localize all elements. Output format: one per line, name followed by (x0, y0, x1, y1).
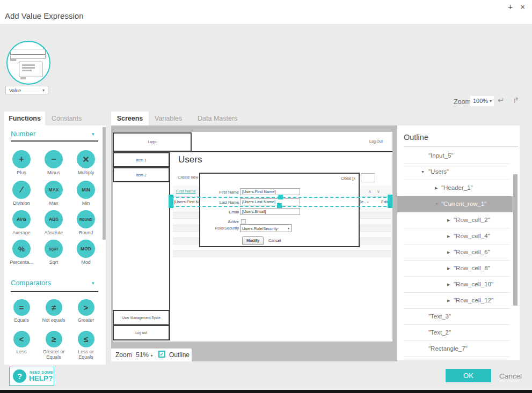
modal-field-input-email[interactable]: [Users.Email] (240, 208, 300, 215)
undo-icon[interactable]: ↵ (498, 95, 505, 105)
chevron-right-icon[interactable]: ▶ (447, 299, 450, 303)
canvas-modal[interactable]: Close [x First Name[Users.First Name]Las… (199, 173, 360, 247)
function-max[interactable]: MAXMax (38, 181, 69, 206)
outline-item-row-cell-4[interactable]: ▶"Row_cell_4" (397, 228, 520, 244)
function-minus[interactable]: −Minus (38, 150, 69, 175)
canvas-create-new-link[interactable]: Create new (178, 175, 198, 180)
ok-button[interactable]: OK (446, 369, 491, 382)
close-icon[interactable]: × (520, 2, 525, 11)
canvas-search-input[interactable] (361, 173, 375, 182)
function-greater[interactable]: >Greater (70, 299, 101, 323)
outline-item-row-cell-8[interactable]: ▶"Row_cell_8" (397, 261, 520, 277)
function-round[interactable]: ROUNDRound (70, 210, 101, 235)
selection-handle[interactable] (388, 203, 392, 208)
selection-handle[interactable] (169, 203, 173, 208)
table-row[interactable] (173, 251, 391, 257)
canvas-zoom-select[interactable]: 51% ▾ (136, 351, 152, 359)
function-min[interactable]: MINMin (70, 181, 101, 206)
tab-variables[interactable]: Variables (155, 115, 182, 122)
chevron-down-icon[interactable]: ▼ (435, 202, 439, 206)
function-not-equals[interactable]: ≠Not equals (38, 299, 69, 323)
outline-item-label: "Row_cell_6" (454, 249, 490, 255)
function-percenta[interactable]: %Percenta... (6, 240, 37, 265)
expression-thumbnail[interactable] (6, 41, 50, 85)
cancel-button[interactable]: Cancel (499, 372, 522, 380)
table-cell-first-name[interactable]: [Users.First N (174, 199, 200, 204)
outline-checkbox[interactable]: ✓ (158, 351, 165, 358)
outline-item-text-3[interactable]: "Text_3" (397, 309, 520, 325)
outline-item-input-5[interactable]: "Input_5" (397, 148, 520, 164)
function-less-or-equals[interactable]: ≤Less or Equals (70, 331, 101, 360)
screen-canvas[interactable]: Logo Log Out Item 1Item 2User Management… (113, 132, 392, 342)
modal-field-input-last-name[interactable]: [Users.Last Name] (240, 198, 300, 205)
function-absolute[interactable]: ABSAbsolute (38, 210, 69, 235)
function-division[interactable]: ∕Division (6, 181, 37, 206)
canvas-menu-item-1[interactable]: Item 1 (113, 152, 170, 167)
question-mark-icon: ? (13, 369, 26, 383)
value-type-select[interactable]: Value ▾ (5, 86, 48, 94)
chevron-right-icon[interactable]: ▶ (447, 218, 450, 223)
outline-item-label: "Row_cell_12" (454, 297, 493, 303)
zoom-select[interactable]: 100% ▾ (470, 96, 494, 106)
canvas-logout-link[interactable]: Log Out (369, 139, 383, 143)
function-greater-or-equals[interactable]: ≥Greater or Equals (38, 331, 69, 360)
canvas-menu-log-out[interactable]: Log out (113, 325, 170, 340)
help-button[interactable]: ? NEED SOME HELP? (9, 367, 54, 385)
function-multiply[interactable]: ✕Multiply (70, 150, 101, 175)
outline-item-rectangle-7[interactable]: "Rectangle_7" (397, 341, 520, 357)
outline-scrollbar[interactable] (513, 174, 518, 306)
modal-modify-button[interactable]: Modify (242, 236, 264, 245)
functions-scrollbar[interactable] (103, 127, 106, 240)
table-header-first-name[interactable]: First Name (176, 189, 196, 194)
modal-close-link[interactable]: Close [x (341, 176, 355, 181)
outline-item-text-2[interactable]: "Text_2" (397, 325, 520, 341)
function-equals[interactable]: =Equals (6, 299, 37, 323)
minus-icon: − (45, 150, 63, 168)
outline-item-row-cell-6[interactable]: ▶"Row_cell_6" (397, 244, 520, 261)
group-header-comparators[interactable]: Comparators (11, 279, 51, 287)
canvas-menu-item-2[interactable]: Item 2 (113, 167, 170, 182)
chevron-right-icon[interactable]: ▶ (435, 186, 438, 190)
group-header-number[interactable]: Number (11, 130, 35, 138)
tab-constants[interactable]: Constants (52, 115, 82, 122)
modal-cancel-link[interactable]: Cancel (268, 238, 281, 243)
outline-item-current-row-1[interactable]: ▼"Current_row_1" (397, 196, 513, 212)
chevron-right-icon[interactable]: ▶ (447, 266, 450, 271)
absolute-icon: ABS (45, 210, 63, 228)
tab-screens[interactable]: Screens (111, 112, 149, 125)
outline-item-row-cell-10[interactable]: ▶"Row_cell_10" (397, 277, 520, 293)
table-sort-icons[interactable]: ∧ ∨ (368, 189, 382, 194)
function-plus[interactable]: +Plus (6, 150, 37, 175)
tab-functions[interactable]: Functions (4, 112, 45, 125)
modal-active-label: Active (201, 219, 239, 224)
table-cell-role[interactable]: Se.. ▾ (359, 199, 368, 204)
modal-active-checkbox[interactable] (241, 219, 246, 224)
round-icon: ROUND (77, 210, 95, 228)
selection-handle[interactable] (278, 195, 283, 199)
modal-field-input-first-name[interactable]: [Users.First Name] (240, 188, 300, 195)
chevron-right-icon[interactable]: ▶ (447, 234, 450, 239)
outline-item-header-1[interactable]: ▶"Header_1" (397, 180, 520, 196)
outline-item-row-cell-2[interactable]: ▶"Row_cell_2" (397, 212, 520, 228)
function-mod[interactable]: MODMod (70, 240, 101, 265)
chevron-right-icon[interactable]: ▶ (447, 250, 450, 255)
thumb-tag (10, 59, 16, 61)
canvas-menu-user-management-syste[interactable]: User Management Syste (113, 310, 170, 325)
canvas-logo-box[interactable]: Logo (113, 132, 192, 152)
minimize-icon[interactable]: + (508, 2, 513, 11)
window-bottom-edge (0, 390, 532, 393)
chevron-down-icon[interactable]: ▼ (421, 170, 425, 174)
tab-data-masters[interactable]: Data Masters (198, 115, 237, 122)
modal-role-select[interactable]: Users.Role/Security ▾ (240, 224, 291, 232)
chevron-right-icon[interactable]: ▶ (447, 283, 450, 287)
outline-item-row-cell-12[interactable]: ▶"Row_cell_12" (397, 293, 520, 309)
function-average[interactable]: AVGAverage (6, 210, 37, 235)
function-sqrt[interactable]: SQRTSqrt (38, 240, 69, 265)
outline-item-users[interactable]: ▼"Users" (397, 164, 520, 180)
canvas-page-title[interactable]: Users (178, 154, 202, 165)
function-less[interactable]: <Less (6, 331, 37, 354)
greater-icon: > (78, 299, 94, 316)
function-label: Plus (6, 170, 37, 175)
redo-icon[interactable]: ↱ (513, 95, 520, 105)
selection-handle[interactable] (277, 203, 282, 208)
